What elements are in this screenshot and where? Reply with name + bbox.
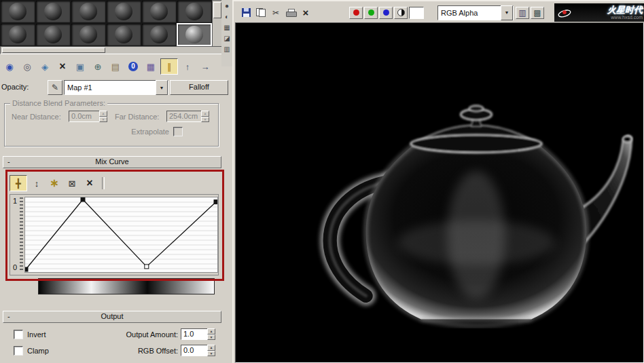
material-id-channel-icon: 0 [128, 62, 138, 71]
far-distance-spinner[interactable]: ▲▼ [201, 111, 209, 122]
channel-layers-button[interactable]: ▥ [516, 7, 529, 19]
far-distance-field[interactable]: 254.0cm [166, 111, 203, 122]
slots-horizontal-scrollbar[interactable] [0, 46, 223, 54]
spinner-down-icon[interactable]: ▼ [207, 351, 215, 357]
go-forward-to-sibling-button[interactable]: → [197, 59, 213, 74]
render-canvas[interactable] [235, 22, 644, 363]
material-slot[interactable] [0, 0, 35, 23]
go-to-parent-icon: ↑ [185, 62, 190, 71]
assign-material-to-selection-icon: ◈ [41, 62, 48, 71]
material-slot[interactable] [0, 23, 35, 46]
image-options-button[interactable]: ▩ [531, 7, 544, 19]
monochrome-icon [397, 9, 405, 16]
far-distance-label: Far Distance: [115, 113, 159, 121]
make-unique-button[interactable]: ⊕ [90, 59, 106, 74]
material-slot[interactable] [71, 23, 106, 46]
clone-window-button[interactable] [254, 7, 268, 19]
background-color-swatch[interactable] [409, 7, 424, 19]
move-button[interactable]: ╋ [10, 175, 27, 191]
spinner-up-icon[interactable]: ▲ [201, 111, 209, 117]
clear-button[interactable]: × [299, 7, 312, 19]
spinner-up-icon[interactable]: ▲ [207, 328, 215, 335]
material-slot[interactable] [106, 23, 141, 46]
output-amount-field[interactable]: 1.0 [181, 328, 209, 340]
rendered-frame-window: ✂× RGB Alpha ▼ ▥▩ 火星时代 www.hxsd.com [232, 0, 644, 363]
opacity-label: Opacity: [1, 83, 29, 92]
material-sphere [185, 3, 203, 20]
material-id-channel-button[interactable]: 0 [125, 59, 141, 74]
spinner-up-icon[interactable]: ▲ [207, 345, 215, 351]
clamp-checkbox[interactable] [14, 346, 23, 356]
material-slot[interactable] [141, 23, 177, 46]
go-to-parent-button[interactable]: ↑ [179, 59, 196, 74]
print-button[interactable] [284, 7, 298, 19]
y-axis-min-label: 0 [13, 263, 17, 272]
monochrome-button[interactable] [394, 7, 408, 19]
spinner-down-icon[interactable]: ▼ [201, 117, 209, 123]
show-map-in-viewport-button[interactable]: ▦ [143, 59, 159, 74]
save-bitmap-button[interactable] [239, 7, 253, 19]
material-slot[interactable] [177, 0, 212, 23]
material-slot[interactable] [141, 0, 177, 23]
make-material-copy-icon: ▣ [76, 62, 84, 71]
spinner-down-icon[interactable]: ▼ [207, 335, 215, 341]
show-end-result-button[interactable]: ∥ [160, 58, 178, 75]
red-channel-button[interactable] [349, 7, 363, 19]
map-type-button[interactable]: Falloff [170, 80, 228, 95]
output-rollout[interactable]: - Output [3, 311, 221, 323]
mix-curve-rollout[interactable]: - Mix Curve [3, 156, 221, 168]
dropdown-arrow-icon[interactable]: ▼ [501, 5, 513, 20]
reset-curves-button[interactable]: × [82, 176, 98, 191]
put-material-to-scene-button[interactable]: ◎ [19, 59, 35, 74]
reset-map-button[interactable]: × [54, 59, 71, 74]
brand-logo-text: 火星时代 [607, 5, 643, 15]
rgb-offset-field[interactable]: 0.0 [181, 345, 209, 356]
material-slot[interactable] [35, 23, 71, 46]
near-distance-field[interactable]: 0.0cm [69, 111, 101, 122]
delete-point-button[interactable]: ⊠ [64, 176, 80, 191]
get-material-button[interactable]: ◉ [1, 59, 18, 74]
output-amount-spinner[interactable]: ▲▼ [207, 328, 215, 340]
backlight-button[interactable]: ◐ [222, 12, 232, 22]
material-slot[interactable] [71, 0, 106, 23]
render-toolbar-channel-group [349, 7, 424, 19]
material-sphere [185, 26, 203, 43]
assign-material-to-selection-button[interactable]: ◈ [37, 59, 53, 74]
mix-curve-plot[interactable] [24, 197, 218, 273]
spinner-down-icon[interactable]: ▼ [99, 117, 107, 123]
green-channel-button[interactable] [364, 7, 378, 19]
add-point-button[interactable]: ∗ [46, 176, 62, 191]
sample-uv-tiling-button[interactable]: ◪ [222, 34, 232, 43]
extrapolate-checkbox[interactable] [173, 127, 183, 136]
blue-channel-button[interactable] [379, 7, 393, 19]
put-to-library-icon: ▤ [111, 62, 120, 71]
cut-button[interactable]: ✂ [269, 7, 283, 19]
video-color-check-button[interactable]: ▥ [222, 45, 232, 54]
near-distance-spinner[interactable]: ▲▼ [99, 111, 107, 122]
application-window: ●◐▦◪▥ ◉◎◈×▣⊕▤0▦∥↑→ Opacity: ✎ Map #1 ▼ F… [0, 0, 644, 363]
invert-checkbox[interactable] [14, 330, 23, 339]
make-material-copy-button[interactable]: ▣ [72, 59, 88, 74]
material-slot[interactable] [106, 0, 141, 23]
channel-display-dropdown[interactable]: RGB Alpha ▼ [437, 5, 514, 20]
sample-type-button[interactable]: ● [222, 1, 232, 11]
pick-from-object-button[interactable]: ✎ [48, 80, 62, 95]
toolbar-separator [102, 177, 105, 189]
background-button[interactable]: ▦ [222, 23, 232, 33]
material-sphere [115, 26, 132, 43]
map-name-dropdown[interactable]: Map #1 ▼ [64, 80, 168, 95]
put-to-library-button[interactable]: ▤ [107, 59, 124, 74]
dropdown-arrow-icon[interactable]: ▼ [156, 80, 168, 95]
material-sphere [44, 26, 62, 43]
spinner-up-icon[interactable]: ▲ [99, 111, 107, 117]
rgb-offset-spinner[interactable]: ▲▼ [207, 345, 215, 356]
scrollbar-thumb[interactable] [213, 2, 221, 18]
video-color-check-icon: ▥ [223, 46, 230, 53]
material-slot-active[interactable] [177, 23, 212, 46]
scale-point-button[interactable]: ↕ [29, 176, 45, 191]
material-slot[interactable] [35, 0, 71, 23]
reset-map-icon: × [59, 61, 65, 72]
render-toolbar: ✂× RGB Alpha ▼ ▥▩ 火星时代 www.hxsd.com [235, 3, 644, 22]
scrollbar-thumb[interactable] [2, 47, 105, 53]
material-editor-vertical-toolbar: ●◐▦◪▥ [221, 0, 232, 66]
